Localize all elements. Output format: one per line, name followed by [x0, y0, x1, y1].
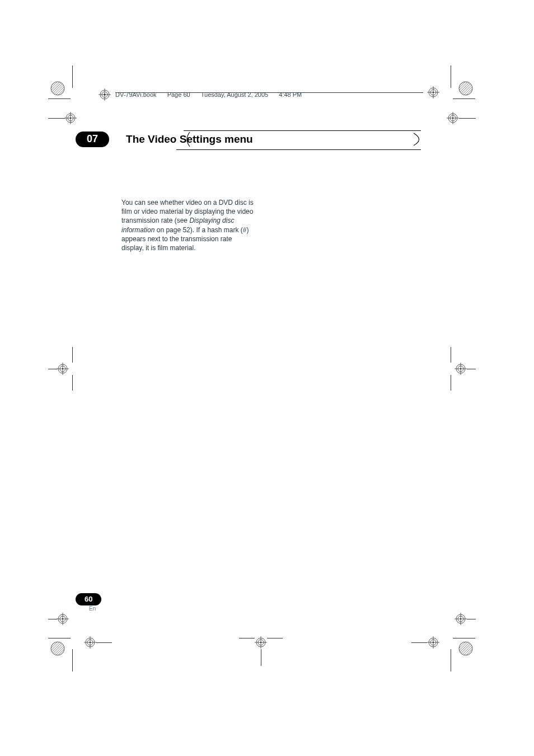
- header-filename: DV-79AVi.book: [115, 91, 157, 98]
- header-date: Tuesday, August 2, 2005: [201, 91, 268, 98]
- crop-line: [239, 638, 255, 638]
- print-corner-mark-tr: [458, 81, 473, 96]
- heading-left-cap-icon: [183, 132, 191, 147]
- svg-point-62: [433, 642, 434, 643]
- crop-line: [48, 369, 57, 369]
- crop-line: [467, 619, 476, 619]
- crop-line: [48, 638, 71, 638]
- print-corner-mark-bl: [50, 641, 65, 656]
- crop-line: [72, 375, 73, 391]
- chapter-number-badge: 07: [76, 132, 109, 147]
- crop-line: [451, 347, 451, 363]
- svg-point-27: [452, 118, 453, 119]
- crop-line: [467, 369, 476, 369]
- crop-line: [72, 347, 73, 363]
- crosshair-icon: [64, 112, 77, 124]
- crop-line: [451, 375, 451, 391]
- crosshair-icon: [455, 363, 467, 375]
- svg-point-1: [51, 82, 64, 95]
- svg-point-5: [51, 642, 64, 655]
- page-number: 60: [85, 595, 92, 603]
- body-paragraph: You can see whether video on a DVD disc …: [121, 198, 256, 252]
- crosshair-icon: [447, 112, 459, 124]
- page-number-badge: 60: [76, 593, 101, 605]
- svg-point-42: [62, 618, 63, 619]
- heading-rule: [184, 130, 421, 131]
- crop-line: [48, 98, 71, 99]
- svg-point-3: [459, 82, 472, 95]
- chapter-heading: 07 The Video Settings menu: [76, 132, 425, 147]
- crop-line: [72, 65, 73, 88]
- crosshair-icon: [84, 636, 96, 649]
- svg-point-22: [70, 118, 71, 119]
- header-page-info: Page 60: [167, 91, 190, 98]
- svg-point-7: [459, 642, 472, 655]
- header-row: DV-79AVi.book Page 60 Tuesday, August 2,…: [99, 88, 302, 101]
- crosshair-icon: [427, 86, 439, 98]
- crosshair-icon: [455, 613, 467, 625]
- crop-line: [451, 649, 451, 672]
- svg-point-12: [104, 94, 105, 95]
- crosshair-icon: [255, 636, 267, 649]
- crop-line: [459, 118, 476, 119]
- print-corner-mark-tl: [50, 81, 65, 96]
- svg-point-17: [433, 92, 434, 93]
- print-corner-mark-br: [458, 641, 473, 656]
- svg-point-47: [460, 618, 461, 619]
- crop-line: [72, 649, 73, 672]
- svg-point-37: [460, 368, 461, 369]
- header-time: 4:48 PM: [279, 91, 302, 98]
- svg-point-32: [62, 368, 63, 369]
- crop-line: [451, 65, 451, 88]
- chapter-number: 07: [87, 133, 98, 144]
- crosshair-icon: [99, 88, 111, 101]
- language-label: En: [89, 605, 96, 612]
- crop-line: [453, 98, 475, 99]
- crop-line: [411, 642, 427, 643]
- crosshair-icon: [57, 613, 69, 625]
- crop-line: [96, 642, 112, 643]
- heading-right-cap-icon: [413, 133, 425, 146]
- crosshair-icon: [57, 363, 69, 375]
- svg-point-52: [260, 642, 261, 643]
- crop-line: [261, 649, 261, 666]
- crop-line: [453, 638, 475, 638]
- crosshair-icon: [427, 636, 439, 649]
- crop-line: [48, 118, 65, 119]
- svg-point-57: [90, 642, 91, 643]
- body-text-column: You can see whether video on a DVD disc …: [121, 198, 256, 252]
- heading-rule: [176, 149, 421, 150]
- crop-line: [267, 638, 283, 638]
- crop-line: [48, 619, 57, 619]
